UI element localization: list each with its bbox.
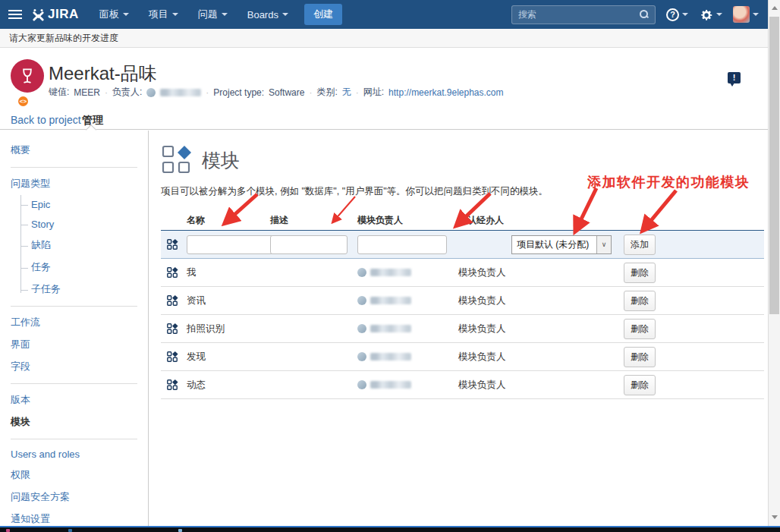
new-component-description-input[interactable] bbox=[270, 235, 348, 254]
new-component-name-input[interactable] bbox=[187, 235, 278, 254]
chevron-down-icon bbox=[172, 13, 178, 16]
header-description: 描述 bbox=[270, 214, 357, 227]
lead-avatar bbox=[146, 88, 156, 97]
sidebar-item-fields[interactable]: 字段 bbox=[11, 356, 148, 378]
search-icon[interactable] bbox=[640, 10, 649, 19]
header-component-lead: 模块负责人 bbox=[357, 214, 458, 227]
component-name[interactable]: 我 bbox=[187, 266, 270, 279]
sidebar-item-issue-types[interactable]: 问题类型 bbox=[11, 173, 148, 195]
delete-button[interactable]: 删除 bbox=[624, 263, 656, 283]
sidebar-item-users-roles[interactable]: Users and roles bbox=[11, 445, 148, 464]
lead-avatar bbox=[357, 296, 366, 305]
project-url-link[interactable]: http://meerkat.9elephas.com bbox=[388, 87, 503, 98]
scroll-down-arrow[interactable] bbox=[769, 511, 780, 523]
new-component-lead-input[interactable] bbox=[357, 235, 447, 254]
component-row: 资讯 模块负责人 删除 bbox=[161, 287, 764, 315]
project-meta: 键值: MEER · 负责人: · Project type: Software… bbox=[49, 86, 504, 99]
announcement-text: 请大家更新品味的开发进度 bbox=[9, 32, 118, 45]
components-table: 名称 描述 模块负责人 默认经办人 bbox=[161, 210, 764, 399]
sidebar-item-screens[interactable]: 界面 bbox=[11, 334, 148, 356]
create-button[interactable]: 创建 bbox=[304, 4, 342, 25]
project-type-value: Software bbox=[269, 87, 304, 98]
components-icon bbox=[161, 144, 193, 176]
help-icon: ? bbox=[666, 8, 679, 21]
component-icon bbox=[166, 266, 178, 279]
nav-issues[interactable]: 问题 bbox=[188, 0, 237, 29]
sidebar-item-summary[interactable]: 概要 bbox=[11, 140, 148, 162]
lead-avatar bbox=[357, 352, 366, 361]
user-profile-menu[interactable] bbox=[733, 6, 759, 23]
redacted-lead-name bbox=[370, 269, 411, 276]
sidebar-item-issue-security[interactable]: 问题安全方案 bbox=[11, 486, 148, 508]
divider bbox=[11, 439, 137, 439]
component-name[interactable]: 资讯 bbox=[187, 294, 270, 307]
nav-dashboards[interactable]: 面板 bbox=[90, 0, 139, 29]
default-assignee-value: 模块负责人 bbox=[458, 294, 621, 307]
lead-avatar bbox=[357, 268, 366, 277]
project-category-label: 类别: bbox=[316, 86, 337, 99]
redacted-lead-name bbox=[370, 297, 411, 304]
project-avatar[interactable]: <> bbox=[11, 59, 44, 93]
divider bbox=[11, 306, 137, 307]
add-component-row: 项目默认 (未分配) ∨ 添加 bbox=[161, 230, 764, 259]
lead-avatar bbox=[357, 324, 366, 333]
nav-boards[interactable]: Boards bbox=[237, 0, 298, 29]
sidebar-item-epic[interactable]: Epic bbox=[31, 195, 148, 215]
gear-icon bbox=[699, 8, 713, 22]
default-assignee-value: 模块负责人 bbox=[458, 266, 621, 279]
vertical-scrollbar[interactable] bbox=[768, 0, 780, 526]
add-button[interactable]: 添加 bbox=[624, 235, 656, 255]
table-header-row: 名称 描述 模块负责人 默认经办人 bbox=[161, 210, 764, 230]
component-row: 动态 模块负责人 删除 bbox=[161, 371, 764, 399]
redacted-lead-name bbox=[370, 325, 411, 332]
jira-logo-text: JIRA bbox=[48, 7, 79, 22]
sidebar-item-versions[interactable]: 版本 bbox=[11, 389, 148, 411]
app-switcher-icon[interactable] bbox=[0, 10, 30, 19]
wine-glass-icon bbox=[17, 66, 37, 86]
component-row: 我 模块负责人 删除 bbox=[161, 259, 764, 287]
component-icon bbox=[166, 379, 178, 391]
tab-back-to-project[interactable]: Back to project bbox=[11, 114, 81, 126]
sidebar-item-story[interactable]: Story bbox=[31, 215, 148, 235]
user-avatar bbox=[733, 6, 750, 23]
project-category-link[interactable]: 无 bbox=[342, 86, 351, 99]
component-name[interactable]: 拍照识别 bbox=[187, 323, 270, 335]
issue-type-tree: Epic Story 缺陷 任务 子任务 bbox=[20, 195, 148, 301]
sidebar-item-task[interactable]: 任务 bbox=[31, 257, 148, 279]
sidebar-item-subtask[interactable]: 子任务 bbox=[31, 279, 148, 301]
top-navigation-bar: JIRA 面板 项目 问题 Boards 创建 ? bbox=[0, 0, 768, 29]
default-assignee-select[interactable]: 项目默认 (未分配) ∨ bbox=[511, 235, 612, 254]
scrollbar-thumb[interactable] bbox=[769, 17, 779, 314]
help-menu[interactable]: ? bbox=[666, 8, 688, 21]
sidebar-item-bug[interactable]: 缺陷 bbox=[31, 235, 148, 257]
chevron-down-icon bbox=[123, 13, 129, 16]
delete-button[interactable]: 删除 bbox=[624, 319, 656, 339]
default-assignee-value: 模块负责人 bbox=[458, 323, 621, 335]
component-name[interactable]: 动态 bbox=[187, 379, 270, 392]
component-name[interactable]: 发现 bbox=[187, 351, 270, 364]
nav-projects[interactable]: 项目 bbox=[139, 0, 188, 29]
sidebar-item-components[interactable]: 模块 bbox=[11, 411, 148, 433]
scroll-up-arrow[interactable] bbox=[769, 2, 780, 14]
chevron-down-icon bbox=[282, 13, 288, 16]
search-input[interactable] bbox=[518, 9, 640, 20]
admin-sidebar: 概要 问题类型 Epic Story 缺陷 任务 子任务 工作流 界面 字段 版… bbox=[0, 131, 149, 526]
search-box[interactable] bbox=[511, 5, 656, 24]
project-tabs: Back to project 管理 bbox=[0, 112, 768, 130]
delete-button[interactable]: 删除 bbox=[624, 291, 656, 311]
announcement-banner: 请大家更新品味的开发进度 bbox=[0, 29, 768, 48]
chevron-down-icon bbox=[753, 13, 759, 16]
project-header: <> Meerkat-品味 键值: MEER · 负责人: · Project … bbox=[0, 48, 768, 112]
component-icon bbox=[166, 294, 178, 307]
delete-button[interactable]: 删除 bbox=[624, 347, 656, 367]
admin-message-icon[interactable]: ! bbox=[728, 72, 741, 83]
sidebar-item-permissions[interactable]: 权限 bbox=[11, 464, 148, 486]
jira-logo[interactable]: JIRA bbox=[32, 7, 79, 22]
sidebar-item-workflows[interactable]: 工作流 bbox=[11, 312, 148, 334]
delete-button[interactable]: 删除 bbox=[624, 375, 656, 395]
chevron-down-icon bbox=[222, 13, 228, 16]
component-icon bbox=[166, 351, 178, 363]
admin-settings-menu[interactable] bbox=[699, 8, 722, 22]
divider bbox=[11, 167, 137, 168]
default-assignee-value: 模块负责人 bbox=[458, 351, 621, 364]
